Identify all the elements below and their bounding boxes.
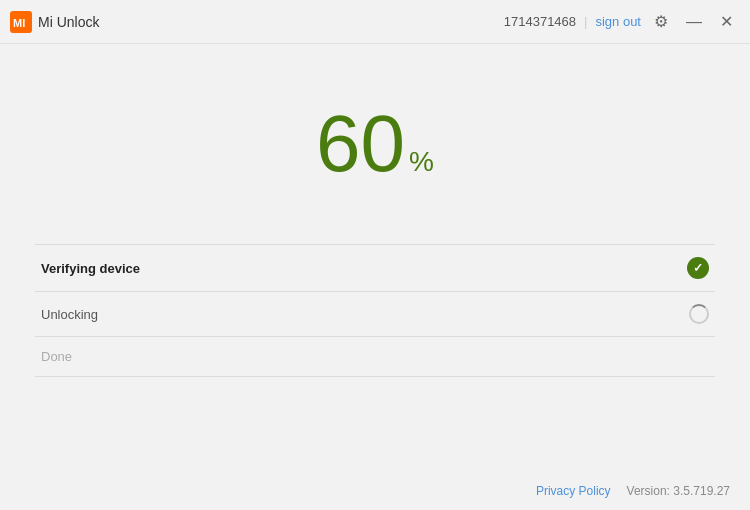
minimize-icon[interactable]: —: [681, 12, 707, 32]
version-text: Version: 3.5.719.27: [627, 484, 730, 498]
main-content: 60 % Verifying device Unlocking Done: [0, 44, 750, 510]
footer: Privacy Policy Version: 3.5.719.27: [536, 484, 730, 498]
privacy-policy-link[interactable]: Privacy Policy: [536, 484, 611, 498]
mi-logo-icon: MI: [10, 11, 32, 33]
check-done-icon: [687, 257, 709, 279]
spinner-icon: [689, 304, 709, 324]
step-unlocking-label: Unlocking: [41, 307, 98, 322]
percent-number: 60: [316, 104, 405, 184]
svg-text:MI: MI: [13, 17, 25, 29]
step-unlocking: Unlocking: [35, 292, 715, 337]
titlebar-left: MI Mi Unlock: [10, 11, 99, 33]
step-verifying-device: Verifying device: [35, 245, 715, 292]
step-done: Done: [35, 337, 715, 377]
step-verifying-label: Verifying device: [41, 261, 140, 276]
steps-container: Verifying device Unlocking Done: [35, 244, 715, 377]
progress-display: 60 %: [316, 104, 434, 184]
percent-sign: %: [409, 146, 434, 178]
app-title: Mi Unlock: [38, 14, 99, 30]
user-id: 1714371468: [504, 14, 576, 29]
step-done-label: Done: [41, 349, 72, 364]
close-icon[interactable]: ✕: [715, 10, 738, 33]
pipe-divider: |: [584, 14, 587, 29]
titlebar-right: 1714371468 | sign out ⚙ — ✕: [504, 10, 738, 33]
sign-out-link[interactable]: sign out: [595, 14, 641, 29]
titlebar: MI Mi Unlock 1714371468 | sign out ⚙ — ✕: [0, 0, 750, 44]
settings-icon[interactable]: ⚙: [649, 12, 673, 32]
